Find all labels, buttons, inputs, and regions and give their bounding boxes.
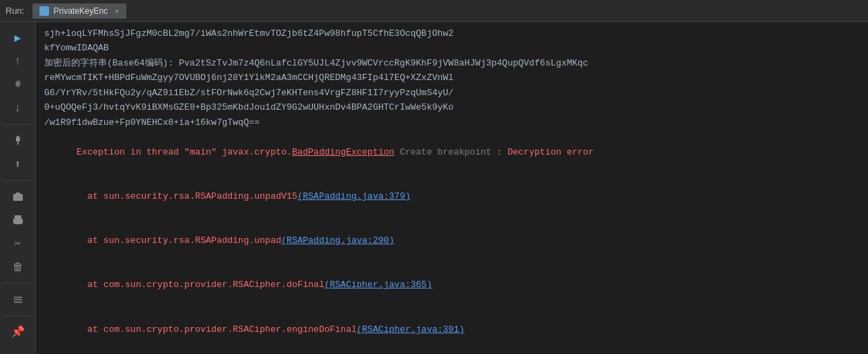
svg-rect-10 bbox=[14, 299, 22, 301]
top-bar: Run: PrivateKeyEnc × bbox=[0, 0, 868, 22]
camera-button[interactable] bbox=[8, 186, 28, 207]
svg-rect-8 bbox=[15, 222, 21, 224]
svg-rect-11 bbox=[14, 302, 22, 303]
left-toolbar: ▶ ↑ ↓ ⬆ bbox=[0, 22, 36, 354]
bookmark-button[interactable]: 📌 bbox=[8, 322, 28, 342]
console-line-1: sjh+loqLYFMhsSjJFgzM0cBL2mg7/iWAs2nhWrEt… bbox=[44, 26, 860, 41]
tab-close-button[interactable]: × bbox=[115, 7, 119, 15]
separator-4 bbox=[3, 315, 32, 316]
breakpoint-text[interactable]: Create breakpoint bbox=[394, 147, 496, 157]
stack-at-4: at com.sun.crypto.provider.RSACipher. bbox=[77, 324, 287, 335]
svg-point-4 bbox=[16, 195, 20, 199]
tab-file-icon bbox=[39, 6, 49, 16]
stack-line-5: at javax.crypto.Cipher.doFinal(Cipher.ja… bbox=[44, 352, 860, 354]
stack-at-1: at sun.security.rsa.RSAPadding. bbox=[77, 191, 254, 201]
stack-link-2[interactable]: (RSAPadding.java:290) bbox=[281, 235, 394, 246]
console-line-7: /w1R9f1dwBzue+Fp0YNEHCx8+ia+16kw7gTwqQ== bbox=[44, 115, 860, 130]
console-line-5: G6/YrYRv/5tHkFQu2y/qAZ9i1EbZ/stFOrNwk6q2… bbox=[44, 86, 860, 100]
stack-method-1: unpadV15 bbox=[254, 191, 297, 201]
stack-line-4: at com.sun.crypto.provider.RSACipher.eng… bbox=[44, 307, 860, 351]
separator-3 bbox=[3, 283, 32, 284]
stack-at-2: at sun.security.rsa.RSAPadding. bbox=[77, 235, 254, 246]
main-layout: ▶ ↑ ↓ ⬆ bbox=[0, 22, 868, 354]
stack-method-3: doFinal bbox=[287, 279, 325, 290]
print-button[interactable] bbox=[8, 210, 28, 230]
svg-rect-0 bbox=[17, 136, 19, 137]
console-line-3: 加密后的字符串(Base64编码): Pva2tSzTvJm7z4Q6nLafc… bbox=[44, 56, 860, 70]
tab-label: PrivateKeyEnc bbox=[53, 6, 108, 16]
pin-button[interactable] bbox=[8, 130, 28, 151]
run-label: Run: bbox=[6, 6, 24, 16]
scroll-up-button[interactable]: ⬆ bbox=[8, 154, 28, 175]
run-button[interactable]: ▶ bbox=[8, 28, 28, 48]
stack-link-3[interactable]: (RSACipher.java:365) bbox=[325, 279, 432, 290]
trash-button[interactable]: 🗑 bbox=[8, 257, 28, 277]
console-line-4: reMYwcmTIKT+HBPdFuWmZgyy7OVUBOj6nj28Y1Yl… bbox=[44, 70, 860, 85]
stack-at-3: at com.sun.crypto.provider.RSACipher. bbox=[77, 279, 287, 290]
separator-2 bbox=[3, 180, 32, 181]
separator-1 bbox=[3, 124, 32, 125]
stack-method-4: engineDoFinal bbox=[287, 324, 356, 335]
rerun-button[interactable]: ↑ bbox=[8, 51, 28, 72]
stop-button[interactable]: ↓ bbox=[8, 98, 28, 119]
svg-rect-1 bbox=[16, 137, 20, 141]
list-button[interactable] bbox=[8, 289, 28, 310]
stack-line-2: at sun.security.rsa.RSAPadding.unpad(RSA… bbox=[44, 219, 860, 263]
console-area[interactable]: sjh+loqLYFMhsSjJFgzM0cBL2mg7/iWAs2nhWrEt… bbox=[36, 22, 868, 354]
exception-prefix: Exception in thread "main" javax.crypto. bbox=[77, 147, 292, 157]
stack-link-4[interactable]: (RSACipher.java:391) bbox=[357, 324, 465, 335]
console-line-6: 0+uQOQeFj3/hvtqYvK9iBXMsGZE8+Bp325mKbdJo… bbox=[44, 100, 860, 115]
stack-link-1[interactable]: (RSAPadding.java:379) bbox=[298, 191, 411, 201]
exception-classname: BadPaddingException bbox=[292, 147, 394, 157]
settings-button[interactable] bbox=[8, 75, 28, 95]
stack-line-1: at sun.security.rsa.RSAPadding.unpadV15(… bbox=[44, 174, 860, 218]
exception-suffix: : Decryption error bbox=[496, 147, 593, 157]
svg-rect-6 bbox=[15, 215, 21, 219]
console-line-2: kfYomwIDAQAB bbox=[44, 41, 860, 55]
stack-method-2: unpad bbox=[254, 235, 281, 246]
cut-button[interactable]: ✂ bbox=[8, 233, 28, 254]
tab-private-key-enc[interactable]: PrivateKeyEnc × bbox=[32, 3, 126, 19]
svg-rect-9 bbox=[14, 297, 22, 298]
stack-line-3: at com.sun.crypto.provider.RSACipher.doF… bbox=[44, 263, 860, 307]
svg-rect-5 bbox=[16, 193, 20, 195]
exception-line: Exception in thread "main" javax.crypto.… bbox=[44, 130, 860, 174]
svg-rect-2 bbox=[17, 141, 19, 145]
